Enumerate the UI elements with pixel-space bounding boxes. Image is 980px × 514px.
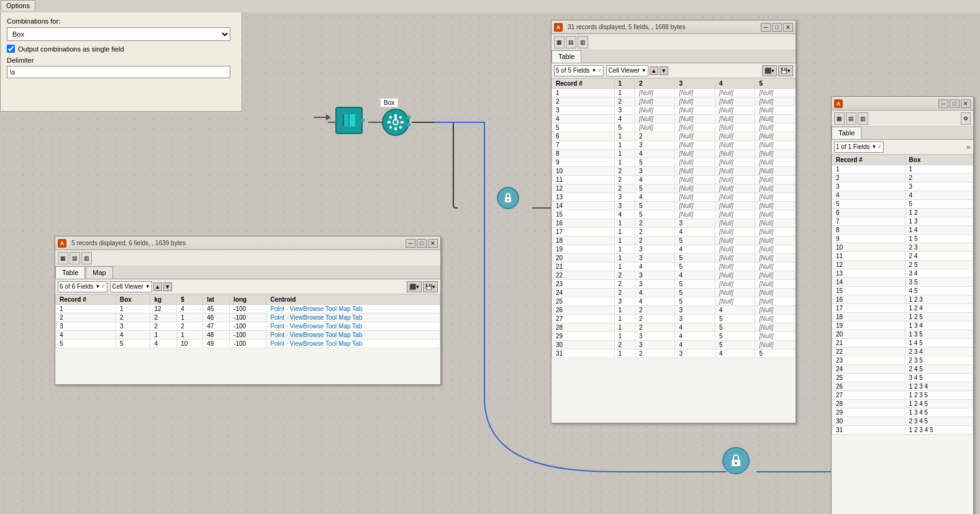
main-cell: [Null] (755, 193, 796, 202)
main-cell: 6 (552, 132, 615, 141)
right-window-controls[interactable]: ─ □ ✕ (938, 99, 971, 108)
bottom-tab-map[interactable]: Map (86, 266, 112, 279)
bottom-cell: 2 (116, 313, 150, 322)
bottom-cellviewer-dropdown[interactable]: Cell Viewer ▼ (110, 281, 152, 292)
main-cell: 21 (552, 263, 615, 271)
main-cellviewer-dropdown[interactable]: Cell Viewer ▼ (606, 65, 648, 76)
main-cell: [Null] (715, 89, 755, 97)
main-cell: [Null] (635, 124, 675, 132)
main-view-btn3[interactable]: ▥ (578, 36, 588, 48)
right-cell: 3 4 5 (905, 374, 973, 382)
main-cell: 5 (675, 280, 715, 289)
right-fields-dropdown[interactable]: 1 of 1 Fields ▼ ✓ (834, 142, 884, 153)
main-cell: 1 (552, 89, 615, 97)
main-view-btn2[interactable]: ▤ (566, 36, 576, 48)
main-export-btn2[interactable]: 💾▾ (778, 65, 793, 76)
main-cell: [Null] (635, 106, 675, 115)
reader-node[interactable] (335, 107, 363, 134)
bottom-view-btn1[interactable]: ▦ (58, 252, 68, 264)
bottom-tab-table[interactable]: Table (55, 266, 85, 279)
main-cell: [Null] (715, 132, 755, 141)
bottom-table-row: 332247-100Point · ViewBrowse Tool Map Ta… (56, 322, 440, 331)
bottom-cell: 4 (56, 331, 116, 340)
right-maximize-btn[interactable]: □ (950, 99, 960, 108)
right-view-btn1[interactable]: ▦ (834, 112, 845, 125)
main-table-container[interactable]: Record #12345 11[Null][Null][Null][Null]… (551, 78, 796, 407)
main-table-row: 3112345 (552, 349, 796, 358)
bottom-cell: 4 (150, 340, 177, 348)
main-cell: 1 (614, 323, 635, 332)
bottom-close-btn[interactable]: ✕ (428, 239, 438, 248)
main-cell: [Null] (675, 115, 715, 124)
main-tab-table[interactable]: Table (551, 50, 581, 63)
main-cell: [Null] (755, 124, 796, 132)
main-cell: [Null] (715, 106, 755, 115)
bottom-cell: 48 (203, 331, 230, 340)
main-table-row: 55[Null][Null][Null][Null] (552, 124, 796, 132)
output-checkbox-row: Output combinations as single field (7, 45, 235, 53)
right-minimize-btn[interactable]: ─ (938, 99, 948, 108)
main-arrow-down-btn[interactable]: ▼ (660, 66, 668, 75)
main-cell: 3 (635, 341, 675, 349)
bottom-tab-bar: Table Map (55, 266, 440, 279)
main-cell: [Null] (715, 193, 755, 202)
main-tab-bar: Table (551, 50, 796, 63)
main-cell: 2 (635, 349, 675, 358)
svg-rect-12 (394, 127, 397, 130)
main-view-btn1[interactable]: ▦ (554, 36, 565, 48)
right-cell: 24 (832, 365, 905, 374)
combinations-select[interactable]: Box (7, 27, 230, 41)
lock-node-2[interactable]: ▶ (722, 458, 733, 463)
main-close-btn[interactable]: ✕ (783, 23, 793, 32)
bottom-view-btn2[interactable]: ▤ (70, 252, 80, 264)
right-cell: 3 5 (905, 278, 973, 287)
main-export-btn1[interactable]: ⬛▾ (762, 65, 777, 76)
right-tab-table[interactable]: Table (832, 127, 861, 139)
main-cell: 5 (675, 297, 715, 306)
right-view-btn2[interactable]: ▤ (846, 112, 856, 125)
options-tab[interactable]: Options (1, 0, 35, 11)
bottom-window-controls[interactable]: ─ □ ✕ (406, 239, 438, 248)
svg-point-24 (735, 462, 737, 464)
bottom-cell: 1 (56, 305, 116, 313)
right-expand-btn[interactable]: » (966, 143, 971, 151)
combiner-node[interactable] (382, 109, 409, 136)
bottom-view-btn3[interactable]: ▥ (81, 252, 92, 264)
bottom-fields-dropdown[interactable]: 6 of 6 Fields ▼ ✓ (58, 281, 107, 292)
main-cell: 14 (552, 202, 615, 210)
main-maximize-btn[interactable]: □ (772, 23, 782, 32)
bottom-table-container[interactable]: Record #Boxkg$latlongCentroid 1112445-10… (55, 294, 440, 363)
right-close-btn[interactable]: ✕ (961, 99, 971, 108)
main-minimize-btn[interactable]: ─ (761, 23, 771, 32)
lock-node-1[interactable]: ▶ ▶ (497, 196, 514, 201)
right-settings-btn[interactable]: ⚙ (961, 112, 971, 125)
delimiter-input[interactable] (7, 66, 230, 78)
bottom-arrow-down-btn[interactable]: ▼ (163, 282, 172, 291)
right-table-container[interactable]: Record #Box 112233445561 271 381 491 510… (832, 155, 973, 514)
main-arrow-up-btn[interactable]: ▲ (650, 66, 658, 75)
bottom-export-btn1[interactable]: ⬛▾ (407, 281, 422, 292)
right-view-btn3[interactable]: ▥ (858, 112, 868, 125)
main-fields-dropdown[interactable]: 5 of 5 Fields ▼ ✓ (554, 65, 604, 76)
main-cell: 4 (635, 176, 675, 184)
main-table-row: 16123[Null][Null] (552, 219, 796, 228)
main-cell: [Null] (715, 115, 755, 124)
bottom-export-btn2[interactable]: 💾▾ (423, 281, 438, 292)
bottom-maximize-btn[interactable]: □ (417, 239, 427, 248)
main-window-controls[interactable]: ─ □ ✕ (761, 23, 793, 32)
main-cell: [Null] (755, 210, 796, 219)
right-window-toolbar: ▦ ▤ ▥ ⚙ (832, 110, 973, 127)
bottom-window-info: 5 records displayed, 6 fields, , 1639 by… (69, 240, 188, 246)
bottom-cell: 12 (150, 305, 177, 313)
right-table: Record #Box 112233445561 271 381 491 510… (832, 155, 973, 435)
bottom-minimize-btn[interactable]: ─ (406, 239, 415, 248)
main-cell: 4 (635, 297, 675, 306)
main-cell: [Null] (755, 341, 796, 349)
output-checkbox[interactable] (7, 45, 15, 53)
main-col-3: 3 (675, 79, 715, 89)
main-cell: 4 (715, 306, 755, 315)
bottom-col-Box: Box (116, 295, 150, 305)
bottom-arrow-up-btn[interactable]: ▲ (153, 282, 162, 291)
main-cell: 5 (635, 158, 675, 167)
main-cell: 2 (635, 323, 675, 332)
